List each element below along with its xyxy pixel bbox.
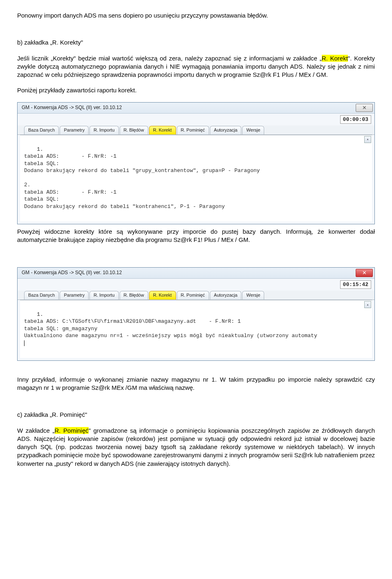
text: W zakładce „	[17, 427, 55, 434]
paragraph: Powyżej widoczne korekty które są wykony…	[17, 228, 375, 244]
tab-r-b-d-w[interactable]: R. Błędów	[120, 291, 148, 300]
tab-bar: Baza DanychParametryR. ImportuR. BłędówR…	[18, 125, 374, 135]
log-text: 1. tabela ADS: C:\TGSoft\FU\firma1\R2010…	[24, 311, 317, 339]
tab-r-pomini-[interactable]: R. Pominięć	[177, 126, 209, 134]
close-icon: ✕	[362, 105, 367, 110]
timer-display: 00:00:03	[340, 115, 371, 124]
text-cursor	[24, 340, 24, 346]
tab-autoryzacja[interactable]: Autoryzacja	[210, 126, 241, 134]
window-titlebar: GM - Konwersja ADS -> SQL (II) ver. 10.1…	[18, 268, 374, 279]
chevron-up-icon: ▴	[367, 302, 369, 307]
tab-wersje[interactable]: Wersje	[242, 126, 264, 134]
log-content: ▴ 1. tabela ADS: - F.NrR: -1 tabela SQL:…	[20, 135, 372, 221]
tab-r-importu[interactable]: R. Importu	[89, 126, 118, 134]
paragraph: Jeśli licznik „Korekty" będzie miał wart…	[17, 54, 375, 79]
heading-b: b) zakładka „R. Korekty"	[17, 38, 375, 47]
log-content: ▴ 1. tabela ADS: C:\TGSoft\FU\firma1\R20…	[20, 300, 372, 358]
tab-parametry[interactable]: Parametry	[60, 126, 89, 134]
paragraph: Ponowny import danych ADS ma sens dopier…	[17, 11, 375, 20]
paragraph: Inny przykład, informuje o wykonanej zmi…	[17, 376, 375, 392]
window-title: GM - Konwersja ADS -> SQL (II) ver. 10.1…	[22, 104, 122, 111]
close-icon: ✕	[362, 270, 367, 275]
close-button[interactable]: ✕	[356, 269, 373, 277]
app-window: GM - Konwersja ADS -> SQL (II) ver. 10.1…	[17, 102, 375, 225]
paragraph: Poniżej przykłady zawartości raportu kor…	[17, 86, 375, 94]
app-window: GM - Konwersja ADS -> SQL (II) ver. 10.1…	[17, 267, 375, 361]
tab-autoryzacja[interactable]: Autoryzacja	[210, 291, 241, 300]
text: Jeśli licznik „Korekty" będzie miał wart…	[17, 55, 322, 62]
tab-r-importu[interactable]: R. Importu	[89, 291, 118, 300]
tab-wersje[interactable]: Wersje	[242, 291, 264, 300]
tab-bar: Baza DanychParametryR. ImportuR. BłędówR…	[18, 291, 374, 300]
chevron-up-icon: ▴	[367, 137, 369, 142]
heading-c: c) zakładka „R. Pominięć"	[17, 411, 375, 419]
paragraph: W zakładce „R. Pominięć" gromadzone są i…	[17, 427, 375, 468]
close-button[interactable]: ✕	[356, 104, 373, 112]
tab-r-pomini-[interactable]: R. Pominięć	[177, 291, 209, 300]
tab-r-korekt[interactable]: R. Korekt	[149, 126, 176, 134]
tab-baza-danych[interactable]: Baza Danych	[24, 291, 59, 300]
highlighted-text: R. Korekt	[322, 55, 348, 62]
tab-baza-danych[interactable]: Baza Danych	[24, 126, 59, 134]
window-title: GM - Konwersja ADS -> SQL (II) ver. 10.1…	[22, 269, 122, 276]
scroll-up-button[interactable]: ▴	[364, 301, 371, 308]
window-titlebar: GM - Konwersja ADS -> SQL (II) ver. 10.1…	[18, 103, 374, 114]
timer-display: 00:15:42	[340, 280, 371, 289]
tab-r-korekt[interactable]: R. Korekt	[149, 291, 176, 300]
highlighted-text: R. Pominięć	[55, 427, 89, 434]
log-text: 1. tabela ADS: - F.NrR: -1 tabela SQL: D…	[24, 146, 260, 210]
scroll-up-button[interactable]: ▴	[364, 136, 371, 143]
tab-parametry[interactable]: Parametry	[60, 291, 89, 300]
tab-r-b-d-w[interactable]: R. Błędów	[120, 126, 148, 134]
